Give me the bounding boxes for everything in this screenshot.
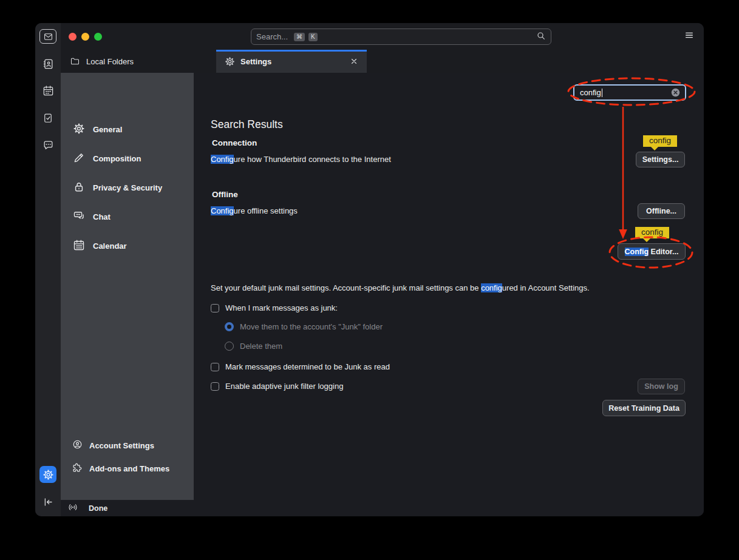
radio-label: Delete them <box>240 342 282 351</box>
nav-item-label: Privacy & Security <box>93 183 162 192</box>
minimize-window-button[interactable] <box>81 33 89 41</box>
search-icon <box>536 31 546 43</box>
settings-search-input[interactable]: config <box>573 84 686 101</box>
connection-section-title: Connection <box>212 138 257 147</box>
offline-result-link[interactable]: Configure offline settings <box>211 206 298 215</box>
global-search-bar[interactable]: Search... ⌘ K <box>251 29 551 45</box>
gear-icon <box>73 123 85 137</box>
when-mark-junk-checkbox[interactable] <box>211 304 219 312</box>
global-search-placeholder: Search... <box>256 32 288 41</box>
nav-item-composition[interactable]: Composition <box>61 144 194 173</box>
junk-intro-text: Set your default junk mail settings. Acc… <box>211 283 590 292</box>
close-window-button[interactable] <box>69 33 77 41</box>
calendar-icon <box>73 239 85 253</box>
collapse-icon <box>43 496 54 508</box>
search-match-highlight: Config <box>625 248 649 256</box>
gear-icon <box>225 56 235 67</box>
text-caret <box>602 89 602 97</box>
search-match-highlight: Config <box>211 155 234 164</box>
spaces-toolbar <box>35 23 61 516</box>
search-match-highlight: Config <box>211 206 234 215</box>
show-log-button[interactable]: Show log <box>638 379 685 394</box>
tab-local-folders[interactable]: Local Folders <box>61 50 216 73</box>
mail-icon <box>43 32 53 41</box>
nav-item-label: Account Settings <box>89 441 154 450</box>
titlebar: Search... ⌘ K <box>61 23 704 50</box>
checkbox-label: Mark messages determined to be Junk as r… <box>225 362 390 371</box>
chat-space-button[interactable] <box>41 138 55 152</box>
connection-result-link[interactable]: Configure how Thunderbird connects to th… <box>211 155 391 164</box>
config-editor-button[interactable]: Config Editor... <box>618 243 686 260</box>
page-title: Search Results <box>211 118 283 131</box>
nav-item-calendar[interactable]: Calendar <box>61 231 194 260</box>
radio-label: Move them to the account's "Junk" folder <box>240 322 383 331</box>
nav-footer: Account Settings Add-ons and Themes <box>61 434 194 500</box>
when-mark-junk-row[interactable]: When I mark messages as junk: <box>211 303 338 312</box>
screenshot-canvas: Search... ⌘ K Local Folders Settings <box>0 0 739 560</box>
tab-settings[interactable]: Settings <box>216 50 367 73</box>
calendar-space-button[interactable] <box>41 84 55 97</box>
traffic-lights <box>69 33 102 41</box>
nav-item-general[interactable]: General <box>61 115 194 144</box>
nav-item-label: Add-ons and Themes <box>89 464 169 473</box>
tab-strip: Local Folders Settings <box>61 50 704 73</box>
main-column: Search... ⌘ K Local Folders Settings <box>61 23 704 516</box>
mail-space-button[interactable] <box>39 29 56 44</box>
pencil-icon <box>73 152 85 166</box>
checkbox-label: Enable adaptive junk filter logging <box>225 382 343 391</box>
nav-item-addons-themes[interactable]: Add-ons and Themes <box>61 457 194 480</box>
search-highlight-tooltip: config <box>635 227 669 238</box>
gear-icon <box>43 469 54 481</box>
settings-content: config Search Results Connection Configu… <box>194 73 704 516</box>
nav-item-label: Chat <box>93 212 111 221</box>
chat-icon <box>43 140 54 151</box>
address-book-space-button[interactable] <box>41 57 55 70</box>
lock-icon <box>73 181 85 195</box>
adaptive-log-row[interactable]: Enable adaptive junk filter logging <box>211 382 343 391</box>
hamburger-icon <box>683 30 695 42</box>
search-highlight-tooltip: config <box>643 135 677 147</box>
settings-nav-panel: General Composition Privacy & Security C… <box>61 73 194 500</box>
mark-junk-read-row[interactable]: Mark messages determined to be Junk as r… <box>211 362 390 371</box>
folder-icon <box>70 56 80 66</box>
mark-junk-read-checkbox[interactable] <box>211 363 219 371</box>
nav-item-label: Composition <box>93 154 141 163</box>
offline-button[interactable]: Offline... <box>638 203 685 219</box>
puzzle-icon <box>72 462 83 474</box>
cmd-key-badge: ⌘ <box>294 33 305 41</box>
nav-item-label: Calendar <box>93 241 127 251</box>
tab-settings-label: Settings <box>240 57 271 66</box>
address-book-icon <box>43 58 54 70</box>
delete-them-row[interactable]: Delete them <box>225 342 282 351</box>
status-text: Done <box>89 504 107 513</box>
chat-bubbles-icon <box>73 210 85 224</box>
nav-item-label: General <box>93 125 122 134</box>
zoom-window-button[interactable] <box>94 33 102 41</box>
search-match-highlight: config <box>481 283 502 292</box>
move-to-junk-radio[interactable] <box>225 322 234 331</box>
k-key-badge: K <box>308 33 318 41</box>
clear-search-button[interactable] <box>670 87 681 98</box>
tasks-icon <box>43 112 53 124</box>
connection-settings-button[interactable]: Settings... <box>636 152 685 167</box>
settings-body: General Composition Privacy & Security C… <box>61 73 704 516</box>
account-icon <box>72 439 83 451</box>
adaptive-log-checkbox[interactable] <box>211 382 219 391</box>
tasks-space-button[interactable] <box>41 111 55 124</box>
collapse-spaces-button[interactable] <box>41 495 55 508</box>
app-menu-button[interactable] <box>682 30 696 42</box>
settings-search-value: config <box>580 88 601 97</box>
tab-local-folders-label: Local Folders <box>86 57 134 66</box>
nav-item-privacy-security[interactable]: Privacy & Security <box>61 173 194 202</box>
delete-them-radio[interactable] <box>225 342 234 351</box>
move-to-junk-row[interactable]: Move them to the account's "Junk" folder <box>225 322 383 331</box>
nav-item-account-settings[interactable]: Account Settings <box>61 434 194 457</box>
thunderbird-window: Search... ⌘ K Local Folders Settings <box>35 23 704 516</box>
settings-space-button[interactable] <box>39 466 56 483</box>
nav-item-chat[interactable]: Chat <box>61 202 194 231</box>
offline-section-title: Offline <box>212 190 238 199</box>
tab-close-button[interactable] <box>347 55 361 68</box>
calendar-icon <box>43 85 54 96</box>
activity-icon <box>67 502 78 514</box>
reset-training-data-button[interactable]: Reset Training Data <box>602 400 686 416</box>
